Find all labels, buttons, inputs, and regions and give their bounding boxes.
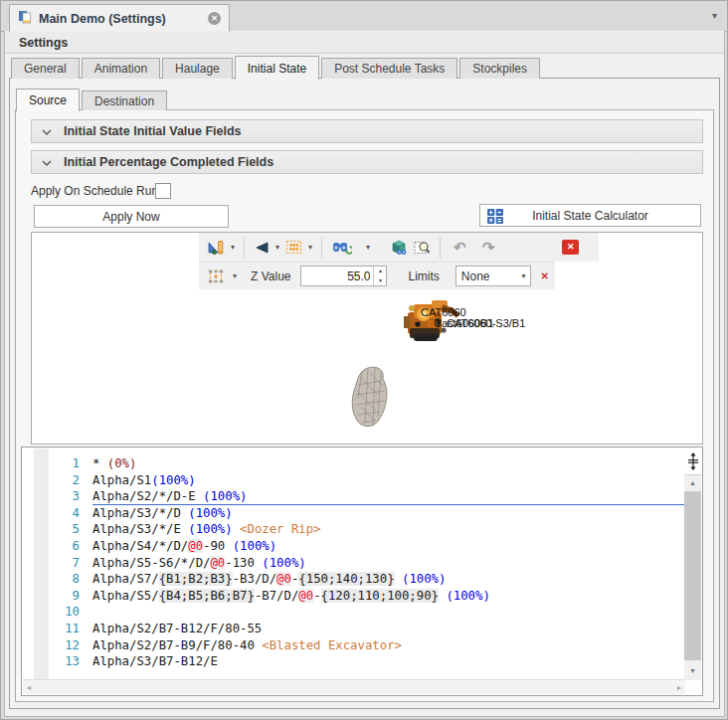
editor-line[interactable]: 6Alpha/S4/*/D/@0-90 (100%) (23, 538, 684, 555)
zoom-selection-icon[interactable] (412, 236, 433, 260)
code-segment: Alpha/S5-S6/*/D/ (92, 556, 210, 570)
close-tab-icon[interactable]: ✕ (208, 12, 221, 25)
document-tab-main-demo[interactable]: Main Demo (Settings) ✕ (9, 4, 230, 32)
sub-tab-strip: SourceDestination (16, 89, 167, 110)
close-toolbar-icon[interactable]: ✕ (562, 240, 579, 255)
code-text: Alpha/S5-S6/*/D/@0-130 (100%) (90, 555, 306, 572)
editor-line[interactable]: 4Alpha/S3/*/D (100%) (23, 505, 684, 522)
code-segment: @0 (276, 572, 291, 586)
code-segment: @0 (210, 556, 225, 570)
tab-overflow-caret-icon[interactable]: ▾ (712, 10, 717, 21)
code-segment: {120;110;100;90} (321, 589, 439, 603)
editor-lines: 1* (0%)2Alpha/S1(100%)3Alpha/S2/*/D-E (1… (23, 455, 684, 670)
document-tab-bar: Main Demo (Settings) ✕ ▾ (1, 1, 728, 32)
line-number: 11 (23, 621, 90, 637)
scrollbar-thumb[interactable] (684, 491, 701, 660)
3d-viewport[interactable]: ▾ ▾ ▾ ▾ ↶ ↷ ✕ (31, 232, 703, 445)
editor-line[interactable]: 7Alpha/S5-S6/*/D/@0-130 (100%) (23, 555, 684, 572)
editor-line[interactable]: 13Alpha/S3/B7-B12/E (23, 653, 684, 670)
editor-line[interactable]: 12Alpha/S2/B7-B9/F/80-40 <Blasted Excava… (23, 637, 684, 654)
scroll-up-icon[interactable]: ▴ (684, 475, 701, 490)
redo-icon[interactable]: ↷ (480, 236, 497, 260)
spin-up-icon[interactable]: ▴ (374, 267, 386, 276)
find-refresh-icon[interactable] (329, 236, 354, 260)
tab-post-schedule-tasks[interactable]: Post Schedule Tasks (321, 58, 457, 79)
limits-label: Limits (408, 270, 439, 283)
dropdown-caret-icon[interactable]: ▾ (231, 271, 239, 280)
vertical-scrollbar[interactable]: ▴ ▾ (684, 449, 701, 680)
code-segment: (100%) (188, 506, 232, 520)
selection-grid-icon[interactable] (283, 236, 304, 260)
apply-now-button[interactable]: Apply Now (34, 205, 229, 228)
line-number: 8 (23, 571, 90, 588)
group-label: Initial Percentage Completed Fields (64, 155, 273, 169)
undo-icon[interactable]: ↶ (452, 236, 468, 260)
code-segment: (100%) (188, 522, 232, 536)
tab-initial-state[interactable]: Initial State (235, 56, 319, 80)
dropdown-caret-icon[interactable]: ▾ (306, 243, 314, 252)
code-segment: -B7/D/ (255, 589, 298, 603)
code-segment: Alpha/S7/ (92, 572, 159, 586)
group-initial-percentage-completed-fields[interactable]: Initial Percentage Completed Fields (31, 150, 703, 174)
apply-now-label: Apply Now (102, 210, 159, 224)
code-segment: {B4;B5;B6;B7} (159, 589, 255, 603)
line-number: 13 (23, 653, 90, 670)
line-number: 6 (23, 538, 90, 555)
view-direction-icon[interactable] (252, 236, 272, 260)
spin-down-icon[interactable]: ▾ (374, 276, 386, 286)
horizontal-scrollbar[interactable]: ◂ ▸ (23, 679, 685, 694)
editor-line[interactable]: 11Alpha/S2/B7-B12/F/80-55 (23, 621, 684, 637)
limits-clear-icon[interactable]: ✕ (541, 270, 549, 281)
subtab-source[interactable]: Source (16, 89, 80, 111)
dropdown-caret-icon[interactable]: ▾ (229, 243, 237, 252)
vertices-icon[interactable] (205, 265, 227, 288)
combo-caret-icon[interactable]: ▾ (520, 271, 530, 280)
terrain-mesh[interactable] (348, 365, 398, 436)
z-value-input[interactable] (301, 267, 373, 285)
dropdown-caret-icon[interactable]: ▾ (273, 243, 281, 252)
code-segment: Alpha/S3/B7-B12/E (92, 654, 218, 668)
calculator-icon (487, 209, 503, 227)
splitter-handle[interactable] (684, 449, 701, 475)
editor-line[interactable]: 9Alpha/S5/{B4;B5;B6;B7}-B7/D/@0-{120;110… (23, 588, 684, 605)
apply-on-schedule-run-checkbox[interactable] (155, 183, 171, 199)
tab-animation[interactable]: Animation (82, 58, 160, 79)
scroll-down-icon[interactable]: ▾ (684, 663, 701, 678)
display-settings-icon[interactable] (205, 236, 227, 260)
editor-line[interactable]: 8Alpha/S7/{B1;B2;B3}-B3/D/@0-{150;140;13… (23, 571, 684, 588)
code-segment: {B1;B2;B3} (159, 572, 233, 586)
code-segment: -B3/D/ (233, 572, 276, 586)
code-text: Alpha/S3/B7-B12/E (90, 653, 218, 670)
group-initial-state-initial-value-fields[interactable]: Initial State Initial Value Fields (31, 119, 703, 143)
limits-combobox[interactable]: None ▾ (455, 266, 531, 286)
editor-line[interactable]: 3Alpha/S2/*/D-E (100%) (23, 488, 684, 505)
code-text: Alpha/S1(100%) (90, 472, 196, 489)
code-segment: Alpha/S2/B7-B12/F/80-55 (92, 622, 262, 635)
tab-haulage[interactable]: Haulage (162, 58, 233, 79)
code-segment: Alpha/S1 (92, 473, 151, 487)
line-number: 1 (23, 455, 90, 472)
tab-general[interactable]: General (11, 58, 80, 79)
editor-line[interactable]: 2Alpha/S1(100%) (23, 472, 684, 489)
tab-stockpiles[interactable]: Stockpiles (459, 58, 540, 79)
z-value-label: Z Value (251, 270, 290, 283)
script-editor[interactable]: 1* (0%)2Alpha/S1(100%)3Alpha/S2/*/D-E (1… (21, 447, 703, 696)
editor-line[interactable]: 1* (0%) (23, 455, 684, 472)
apply-on-schedule-run-label: Apply On Schedule Run (31, 184, 158, 198)
subtab-destination[interactable]: Destination (82, 90, 167, 110)
code-text: Alpha/S4/*/D/@0-90 (100%) (90, 538, 276, 555)
chevron-down-icon (42, 124, 52, 138)
toolbar-separator (440, 237, 441, 259)
scroll-right-icon[interactable]: ▸ (677, 683, 681, 692)
main-tab-strip: GeneralAnimationHaulageInitial StatePost… (11, 56, 540, 79)
scroll-left-icon[interactable]: ◂ (27, 683, 31, 692)
code-segment: -130 (225, 556, 262, 570)
settings-title: Settings (19, 36, 68, 50)
editor-line[interactable]: 5Alpha/S3/*/E (100%) <Dozer Rip> (23, 521, 684, 538)
chevron-down-icon (42, 155, 52, 169)
editor-line[interactable]: 10 (23, 604, 684, 621)
dropdown-caret-icon[interactable]: ▾ (364, 243, 372, 252)
cube-search-icon[interactable] (388, 236, 410, 260)
code-text: Alpha/S2/B7-B12/F/80-55 (90, 621, 262, 637)
initial-state-calculator-button[interactable]: Initial State Calculator (479, 204, 701, 227)
